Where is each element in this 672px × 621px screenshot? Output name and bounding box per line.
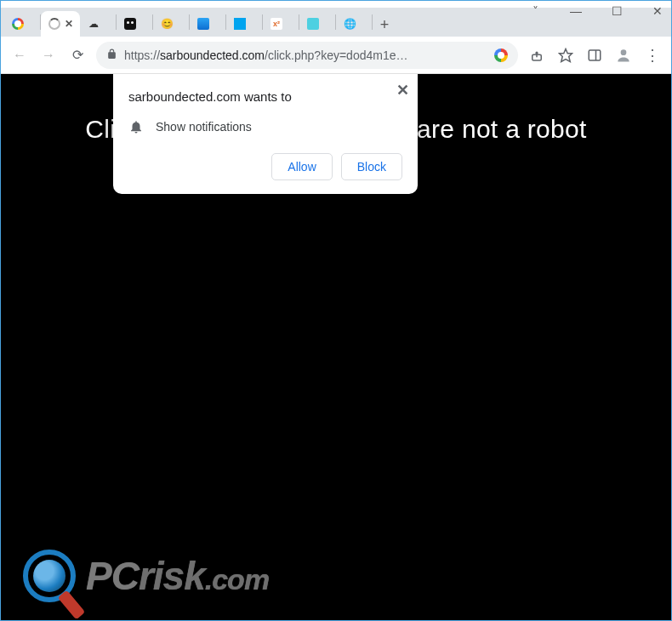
bookmark-star-button[interactable]	[555, 45, 576, 66]
window-maximize-button[interactable]: ☐	[608, 4, 625, 18]
globe-icon: 🌐	[343, 17, 356, 31]
window-controls: ˅ — ☐ ✕	[527, 4, 666, 18]
block-button[interactable]: Block	[341, 153, 402, 180]
tab-close-button[interactable]: ✕	[65, 18, 73, 30]
window-chevron-icon[interactable]: ˅	[527, 4, 544, 18]
watermark-text: PCrisk.com	[86, 553, 269, 599]
teal-app-icon	[306, 17, 320, 31]
address-bar[interactable]: https://sarboundected.com/click.php?key=…	[96, 42, 518, 69]
tab-5[interactable]	[190, 11, 225, 37]
loading-icon	[48, 17, 61, 31]
prompt-title: sarboundected.com wants to	[128, 89, 402, 104]
allow-button[interactable]: Allow	[271, 153, 332, 180]
blue-app-icon	[196, 17, 210, 31]
window-minimize-button[interactable]: —	[567, 4, 584, 18]
prompt-permission-text: Show notifications	[156, 120, 252, 134]
tab-7[interactable]: x²	[263, 11, 299, 37]
forward-button[interactable]: →	[38, 45, 59, 66]
profile-button[interactable]	[613, 45, 634, 66]
math-icon: x²	[270, 17, 283, 31]
tab-8[interactable]	[299, 11, 335, 37]
reload-button[interactable]: ⟳	[67, 45, 88, 66]
tab-6[interactable]	[226, 11, 262, 37]
cloud-icon: ☁	[87, 17, 100, 31]
magnifier-icon	[23, 550, 76, 602]
bell-icon	[128, 119, 144, 134]
chrome-menu-button[interactable]: ⋮	[642, 45, 663, 66]
side-panel-button[interactable]	[584, 45, 605, 66]
tab-4[interactable]: 😊	[153, 11, 189, 37]
new-tab-button[interactable]: +	[373, 13, 396, 37]
tab-2[interactable]: ☁	[80, 11, 116, 37]
google-icon	[11, 17, 25, 31]
tab-3[interactable]	[117, 11, 152, 37]
tab-1-active[interactable]: ✕	[41, 11, 80, 37]
svg-point-4	[621, 49, 627, 55]
notification-permission-prompt: ✕ sarboundected.com wants to Show notifi…	[113, 74, 418, 194]
face-icon	[123, 17, 137, 31]
url-text: https://sarboundected.com/click.php?key=…	[124, 48, 487, 62]
window-close-button[interactable]: ✕	[649, 4, 666, 18]
svg-rect-2	[589, 50, 601, 60]
prompt-close-button[interactable]: ✕	[396, 81, 409, 100]
page-content: Cli u are not a robot ✕ sarboundected.co…	[1, 74, 671, 621]
google-search-icon[interactable]	[494, 48, 508, 62]
share-button[interactable]	[527, 45, 547, 66]
emoji-icon: 😊	[160, 17, 174, 31]
browser-toolbar: ← → ⟳ https://sarboundected.com/click.ph…	[1, 37, 671, 74]
watermark: PCrisk.com	[23, 550, 269, 602]
tab-9[interactable]: 🌐	[336, 11, 372, 37]
tab-0[interactable]	[4, 11, 40, 37]
windows-icon	[233, 17, 247, 31]
svg-marker-1	[560, 48, 572, 61]
back-button[interactable]: ←	[9, 45, 30, 66]
lock-icon	[106, 48, 117, 62]
